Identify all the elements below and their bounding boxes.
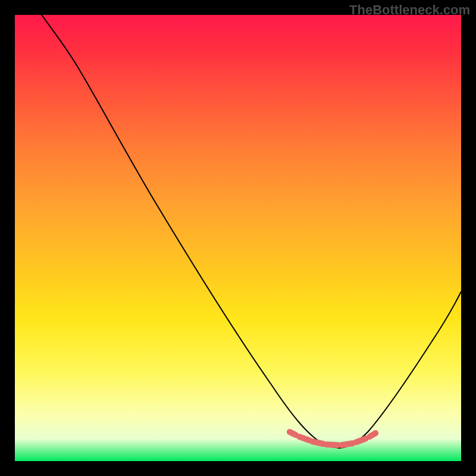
- svg-point-1: [372, 430, 378, 436]
- watermark-text: TheBottleneck.com: [349, 2, 470, 18]
- svg-point-0: [287, 429, 293, 435]
- chart-container: TheBottleneck.com: [0, 0, 476, 476]
- plot-area: [15, 15, 461, 461]
- bottleneck-curve: [42, 15, 461, 448]
- curve-layer: [15, 15, 461, 461]
- optimal-region-marker: [287, 429, 378, 445]
